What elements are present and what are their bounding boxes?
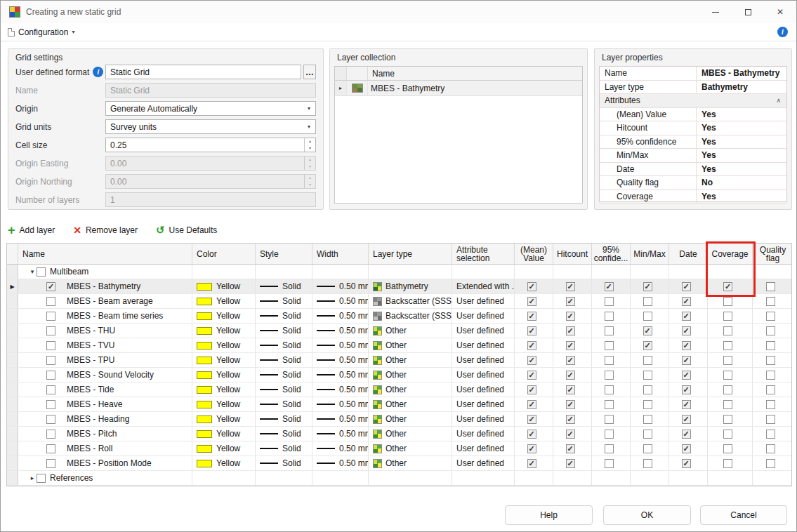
color-cell[interactable]: Yellow	[192, 412, 256, 426]
spinner-buttons[interactable]: ▴ ▾	[304, 138, 315, 152]
mean-value-checkbox[interactable]	[527, 444, 536, 453]
attribute-selection-cell[interactable]: User defined	[452, 397, 515, 411]
hitcount-checkbox-cell[interactable]	[553, 324, 592, 338]
date-checkbox[interactable]	[682, 356, 691, 365]
color-cell[interactable]: Yellow	[192, 427, 256, 441]
mean-value-checkbox-cell[interactable]	[515, 294, 553, 308]
confidence-checkbox[interactable]	[605, 415, 614, 424]
table-row[interactable]: MBES - Roll Yellow Solid 0.50 mm Other U…	[7, 441, 791, 456]
mean-value-checkbox[interactable]	[527, 459, 536, 468]
layer-enabled-checkbox[interactable]	[46, 459, 55, 468]
hitcount-checkbox-cell[interactable]	[553, 294, 592, 308]
layer-type-cell[interactable]: Other	[369, 412, 452, 426]
table-row[interactable]: ▶ MBES - Bathymetry Yellow Solid 0.50 mm…	[7, 279, 791, 294]
layer-enabled-checkbox[interactable]	[46, 297, 55, 306]
date-checkbox[interactable]	[682, 326, 691, 335]
hitcount-checkbox[interactable]	[566, 371, 575, 380]
layer-type-cell[interactable]: Other	[369, 427, 452, 441]
attribute-selection-cell[interactable]: User defined	[452, 383, 515, 397]
width-cell[interactable]: 0.50 mm	[312, 353, 369, 367]
quality-flag-checkbox-cell[interactable]	[753, 427, 793, 441]
confidence-checkbox[interactable]	[605, 385, 614, 394]
column-header-name[interactable]: Name	[18, 244, 192, 264]
layer-type-cell[interactable]: Backscatter (SSS)	[369, 294, 452, 308]
date-checkbox-cell[interactable]	[669, 294, 708, 308]
date-checkbox[interactable]	[682, 444, 691, 453]
hitcount-checkbox-cell[interactable]	[553, 279, 592, 293]
color-cell[interactable]: Yellow	[192, 309, 256, 323]
coverage-checkbox[interactable]	[723, 297, 732, 306]
style-cell[interactable]: Solid	[256, 279, 312, 293]
layer-enabled-checkbox[interactable]	[46, 400, 55, 409]
layer-type-cell[interactable]: Other	[369, 368, 452, 382]
quality-flag-checkbox-cell[interactable]	[753, 294, 793, 308]
mean-value-checkbox[interactable]	[527, 430, 536, 439]
confidence-checkbox[interactable]	[605, 297, 614, 306]
mean-value-checkbox-cell[interactable]	[515, 412, 553, 426]
layer-enabled-checkbox[interactable]	[46, 341, 55, 350]
column-header-date[interactable]: Date	[669, 244, 708, 264]
min-max-checkbox-cell[interactable]	[631, 368, 669, 382]
style-cell[interactable]: Solid	[256, 353, 312, 367]
coverage-checkbox-cell[interactable]	[708, 427, 753, 441]
mean-value-checkbox-cell[interactable]	[515, 441, 553, 455]
confidence-checkbox[interactable]	[605, 341, 614, 350]
date-checkbox-cell[interactable]	[669, 309, 708, 323]
hitcount-checkbox[interactable]	[566, 400, 575, 409]
coverage-checkbox[interactable]	[723, 282, 732, 291]
confidence-checkbox-cell[interactable]	[592, 383, 631, 397]
column-header-coverage[interactable]: Coverage	[708, 244, 753, 264]
minimize-button[interactable]	[699, 1, 732, 23]
mean-value-checkbox[interactable]	[527, 385, 536, 394]
hitcount-checkbox[interactable]	[566, 326, 575, 335]
group-checkbox[interactable]	[37, 267, 46, 277]
column-header-quality-flag[interactable]: Quality flag	[753, 244, 793, 264]
mean-value-checkbox[interactable]	[527, 326, 536, 335]
confidence-checkbox-cell[interactable]	[592, 324, 631, 338]
ok-button[interactable]: OK	[603, 505, 691, 525]
hitcount-checkbox-cell[interactable]	[553, 383, 592, 397]
layer-type-cell[interactable]: Other	[369, 338, 452, 352]
width-cell[interactable]: 0.50 mm	[312, 412, 369, 426]
date-checkbox[interactable]	[682, 385, 691, 394]
color-cell[interactable]: Yellow	[192, 294, 256, 308]
origin-dropdown[interactable]: Generate Automatically ▾	[105, 101, 316, 116]
date-checkbox-cell[interactable]	[669, 397, 708, 411]
quality-flag-checkbox-cell[interactable]	[753, 412, 793, 426]
width-cell[interactable]: 0.50 mm	[312, 294, 369, 308]
width-cell[interactable]: 0.50 mm	[312, 338, 369, 352]
quality-flag-checkbox-cell[interactable]	[753, 309, 793, 323]
grid-units-dropdown[interactable]: Survey units ▾	[105, 119, 316, 134]
attribute-value[interactable]: Yes	[697, 164, 786, 174]
cell-size-spinner[interactable]: 0.25 ▴ ▾	[105, 138, 316, 152]
color-cell[interactable]: Yellow	[192, 338, 256, 352]
mean-value-checkbox[interactable]	[527, 415, 536, 424]
format-browse-button[interactable]: …	[303, 65, 316, 79]
column-header-attribute-selection[interactable]: Attribute selection	[452, 244, 515, 264]
quality-flag-checkbox[interactable]	[766, 297, 775, 306]
color-cell[interactable]: Yellow	[192, 383, 256, 397]
group-row-references[interactable]: ▸ References	[7, 471, 791, 486]
color-cell[interactable]: Yellow	[192, 441, 256, 455]
coverage-checkbox[interactable]	[723, 326, 732, 335]
quality-flag-checkbox[interactable]	[766, 341, 775, 350]
layer-enabled-checkbox[interactable]	[46, 430, 55, 439]
mean-value-checkbox[interactable]	[527, 400, 536, 409]
style-cell[interactable]: Solid	[256, 397, 312, 411]
column-header-layer-type[interactable]: Layer type	[369, 244, 452, 264]
coverage-checkbox[interactable]	[723, 341, 732, 350]
maximize-button[interactable]	[732, 1, 764, 23]
confidence-checkbox-cell[interactable]	[592, 441, 631, 455]
group-row-multibeam[interactable]: ▾ Multibeam	[7, 265, 791, 279]
hitcount-checkbox-cell[interactable]	[553, 412, 592, 426]
mean-value-checkbox-cell[interactable]	[515, 338, 553, 352]
width-cell[interactable]: 0.50 mm	[312, 324, 369, 338]
style-cell[interactable]: Solid	[256, 294, 312, 308]
min-max-checkbox[interactable]	[643, 385, 652, 394]
min-max-checkbox[interactable]	[643, 430, 652, 439]
quality-flag-checkbox-cell[interactable]	[753, 456, 793, 470]
confidence-checkbox-cell[interactable]	[592, 353, 631, 367]
table-row[interactable]: MBES - Heading Yellow Solid 0.50 mm Othe…	[7, 412, 791, 427]
style-cell[interactable]: Solid	[256, 412, 312, 426]
layer-enabled-checkbox[interactable]	[46, 415, 55, 424]
